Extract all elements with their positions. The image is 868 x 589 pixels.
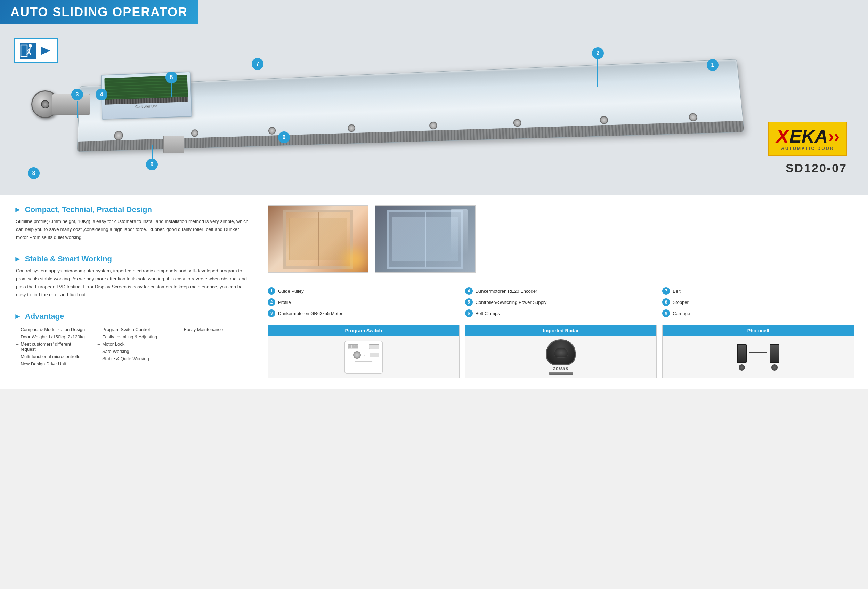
light-glow <box>344 249 365 270</box>
adv-item-label: Program Switch Control <box>102 327 150 332</box>
xeka-logo-text: X EKA ›› <box>776 127 840 146</box>
adv-3-1: – Easily Maintenance <box>179 326 250 333</box>
svg-marker-8 <box>41 47 50 55</box>
part-name-1: Guide Pulley <box>278 289 304 294</box>
exit-icon-box <box>14 38 58 63</box>
product-diagram: Controller Unit <box>31 45 722 170</box>
accessory-radar: Imported Radar ZEMAS <box>465 325 657 378</box>
svg-point-1 <box>28 44 32 47</box>
annotation-line-7 <box>258 70 258 87</box>
section1-heading: ► Compact, Technial, Practial Design <box>14 205 250 214</box>
part-4: 4 Dunkermotoren RE20 Encoder <box>465 287 657 295</box>
adv-item-label: Compact & Modulization Design <box>21 327 85 332</box>
left-column: ► Compact, Technial, Practial Design Sli… <box>14 205 250 378</box>
exit-icon <box>19 42 37 59</box>
pulley <box>599 116 608 124</box>
advantage-cols: – Compact & Modulization Design – Door W… <box>14 326 250 368</box>
adv-item-label: Motor Lock <box>102 341 124 347</box>
part-num-3: 3 <box>268 310 275 317</box>
adv-1-5: – New Design Drive Unit <box>16 360 87 368</box>
motor-hub <box>41 100 49 108</box>
advantage-col-1: – Compact & Modulization Design – Door W… <box>16 326 87 368</box>
door-center-line <box>318 213 319 266</box>
pulley <box>114 131 123 140</box>
part-num-4: 4 <box>465 287 473 295</box>
adv-item-label: Easily Maintenance <box>184 327 223 332</box>
sensor-lens-left <box>739 365 745 371</box>
part-7: 7 Belt <box>662 287 854 295</box>
advantage-col-3: – Easily Maintenance <box>179 326 250 368</box>
sensor-cable <box>750 352 767 362</box>
section3-title: Advantage <box>25 312 64 321</box>
adv-2-5: – Stable & Quite Working <box>98 355 169 362</box>
adv-item-label: Multi-functional microcontroller <box>21 354 82 359</box>
adv-1-4: – Multi-functional microcontroller <box>16 353 87 360</box>
annotation-4: 4 <box>96 89 108 100</box>
part-2: 2 Profile <box>268 298 459 306</box>
part-6: 6 Belt Clamps <box>465 310 657 317</box>
xeka-subtitle: AUTOMATIC DOOR <box>781 146 834 151</box>
product-image-section: Controller Unit 1 2 3 4 5 <box>0 24 868 195</box>
right-column: 1 Guide Pulley 4 Dunkermotoren RE20 Enco… <box>268 205 854 378</box>
switch-knob <box>353 351 361 359</box>
adv-1-1: – Compact & Modulization Design <box>16 326 87 333</box>
section2-title: Stable & Smart Working <box>25 254 112 264</box>
switch-btn-2 <box>369 344 379 349</box>
part-name-7: Belt <box>673 289 680 294</box>
annotation-8: 8 <box>28 167 40 179</box>
annotation-7: 7 <box>252 58 263 70</box>
switch-line <box>355 361 372 362</box>
section1-title: Compact, Technial, Practial Design <box>25 205 152 214</box>
adv-item-label: Meet customers' different request <box>21 341 87 352</box>
annotation-5: 5 <box>165 72 177 83</box>
accessory-body-2: ZEMAS <box>465 336 657 378</box>
section1-text: Slimline profile(73mm height, 10Kg) is e… <box>14 218 250 242</box>
adv-2-3: – Motor Lock <box>98 340 169 348</box>
adv-item-label: Door Weight: 1x150kg, 2x120kg <box>21 334 85 340</box>
annotation-line-2 <box>597 59 598 87</box>
page-title: AUTO SLIDING OPERATOR <box>10 5 188 19</box>
accessory-body-1: ← → <box>268 336 459 378</box>
part-name-6: Belt Clamps <box>475 311 500 316</box>
section3-arrow-icon: ► <box>14 312 22 321</box>
part-num-5: 5 <box>465 298 473 306</box>
page: AUTO SLIDING OPERATOR <box>0 0 868 389</box>
sensor-body-left <box>737 344 747 363</box>
pulley <box>191 129 198 137</box>
adv-2-1: – Program Switch Control <box>98 326 169 333</box>
part-name-3: Dunkermotoren GR63x55 Motor <box>278 311 342 316</box>
annotation-line-3 <box>77 101 78 118</box>
part-name-4: Dunkermotoren RE20 Encoder <box>475 289 537 294</box>
compact-section: ► Compact, Technial, Practial Design Sli… <box>14 205 250 242</box>
radar-base <box>549 372 573 375</box>
annotation-3: 3 <box>71 89 83 100</box>
main-content: ► Compact, Technial, Practial Design Sli… <box>0 195 868 389</box>
part-num-9: 9 <box>662 310 670 317</box>
header-bar: AUTO SLIDING OPERATOR <box>0 0 198 24</box>
sensor-right <box>770 344 779 371</box>
annotation-6: 6 <box>278 131 290 143</box>
part-name-9: Carriage <box>673 311 690 316</box>
part-8: 8 Stopper <box>662 298 854 306</box>
accessory-header-1: Program Switch <box>268 325 459 336</box>
section2-text: Control system applys microcomputer syst… <box>14 267 250 299</box>
switch-row-3 <box>348 361 379 362</box>
adv-item-label: Stable & Quite Working <box>102 356 149 361</box>
adv-2-2: – Easily Installing & Adjusting <box>98 333 169 340</box>
annotation-line-5 <box>171 83 172 97</box>
door-center-line-2 <box>425 212 426 267</box>
gallery-image-2 <box>375 205 475 273</box>
divider-2 <box>14 306 250 306</box>
accessory-body-3 <box>663 336 854 378</box>
switch-row-1 <box>348 344 379 349</box>
sensor-left <box>737 344 747 371</box>
accessory-header-2: Imported Radar <box>465 325 657 336</box>
advantage-section: ► Advantage – Compact & Modulization Des… <box>14 312 250 368</box>
model-number: SD120-07 <box>785 161 847 175</box>
part-num-6: 6 <box>465 310 473 317</box>
pulley <box>429 122 437 130</box>
radar-device: ZEMAS <box>546 340 576 375</box>
door-frame-1 <box>283 210 353 269</box>
switch-btn-3 <box>369 353 379 357</box>
pulley <box>269 127 276 134</box>
